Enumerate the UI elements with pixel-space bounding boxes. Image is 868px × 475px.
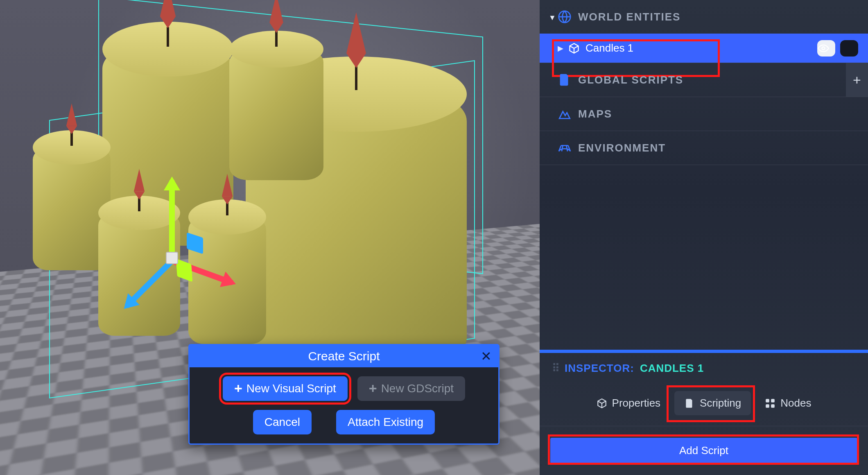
add-script-button[interactable]: Add Script [550, 438, 857, 464]
section-header-world[interactable]: ▼ WORLD ENTITIES [540, 0, 868, 34]
panel-spacer [540, 165, 868, 350]
right-panel: ▼ WORLD ENTITIES ▶ Candles 1 [540, 0, 868, 475]
gizmo-axis-y[interactable] [169, 179, 175, 261]
close-icon[interactable]: ✕ [481, 348, 492, 364]
section-header-maps[interactable]: MAPS [540, 97, 868, 131]
button-label: New Visual Script [246, 382, 336, 395]
chevron-down-icon: ▼ [549, 14, 557, 22]
svg-point-1 [822, 47, 825, 50]
button-label: Add Script [679, 444, 728, 457]
button-label: New GDScript [381, 382, 454, 395]
entity-name: Candles 1 [585, 42, 633, 54]
grid-icon [558, 141, 572, 155]
entity-row-candles[interactable]: ▶ Candles 1 [540, 34, 868, 63]
inspector-header: ⠿ INSPECTOR: CANDLES 1 [540, 353, 868, 384]
plus-icon: + [369, 383, 377, 394]
dialog-titlebar: Create Script ✕ [190, 345, 498, 367]
inspector-tabs: Properties Scripting Nodes [540, 384, 868, 426]
new-visual-script-button[interactable]: + New Visual Script [223, 376, 348, 401]
inspector-label: INSPECTOR: [565, 362, 634, 375]
chevron-right-icon: ▶ [558, 44, 563, 53]
mountain-icon [558, 107, 572, 121]
drag-grip-icon[interactable]: ⠿ [552, 362, 559, 375]
svg-rect-3 [771, 399, 775, 403]
svg-rect-5 [771, 404, 775, 408]
tab-label: Properties [612, 397, 661, 409]
tab-scripting[interactable]: Scripting [674, 391, 751, 415]
section-header-environment[interactable]: ENVIRONMENT [540, 131, 868, 165]
new-gdscript-button[interactable]: + New GDScript [357, 376, 465, 401]
section-label: GLOBAL SCRIPTS [578, 74, 683, 86]
cube-icon [568, 43, 580, 54]
section-label: ENVIRONMENT [578, 142, 666, 154]
inspector-target-name: CANDLES 1 [640, 362, 704, 375]
inspector-divider [540, 350, 868, 353]
add-script-plus-button[interactable]: + [846, 63, 868, 97]
svg-rect-4 [766, 404, 769, 408]
selection-bbox [98, 0, 483, 274]
tab-label: Scripting [700, 397, 741, 409]
candle-mesh [102, 49, 233, 246]
inspector-body: Add Script [540, 426, 868, 475]
viewport-3d[interactable]: Create Script ✕ + New Visual Script + Ne… [0, 0, 540, 475]
dialog-title: Create Script [308, 349, 380, 363]
global-scripts-section: GLOBAL SCRIPTS + [540, 63, 868, 97]
button-label: Cancel [264, 416, 300, 429]
candle-mesh [229, 49, 323, 180]
script-icon [684, 398, 695, 409]
attach-existing-button[interactable]: Attach Existing [336, 410, 435, 434]
section-header-scripts[interactable]: GLOBAL SCRIPTS [540, 63, 868, 97]
tab-label: Nodes [780, 397, 811, 409]
tab-nodes[interactable]: Nodes [755, 391, 821, 415]
entity-color-swatch[interactable] [840, 40, 858, 57]
nodes-icon [765, 398, 775, 409]
visibility-toggle[interactable] [817, 40, 835, 57]
maps-section: MAPS [540, 97, 868, 131]
create-script-dialog: Create Script ✕ + New Visual Script + Ne… [188, 344, 500, 445]
plus-icon: + [234, 383, 242, 394]
section-label: MAPS [578, 108, 612, 120]
environment-section: ENVIRONMENT [540, 131, 868, 165]
section-label: WORLD ENTITIES [578, 11, 680, 23]
app-root: Create Script ✕ + New Visual Script + Ne… [0, 0, 868, 475]
button-label: Attach Existing [348, 416, 423, 429]
cube-icon [597, 398, 607, 409]
eye-icon [818, 43, 829, 54]
globe-icon [558, 10, 572, 24]
entity-actions [817, 40, 858, 57]
candle-mesh [33, 147, 111, 270]
cancel-button[interactable]: Cancel [253, 410, 312, 434]
world-entities-section: ▼ WORLD ENTITIES ▶ Candles 1 [540, 0, 868, 63]
svg-rect-2 [766, 399, 769, 403]
gizmo-plane[interactable] [187, 233, 203, 254]
script-icon [558, 73, 572, 87]
tab-properties[interactable]: Properties [587, 391, 671, 415]
